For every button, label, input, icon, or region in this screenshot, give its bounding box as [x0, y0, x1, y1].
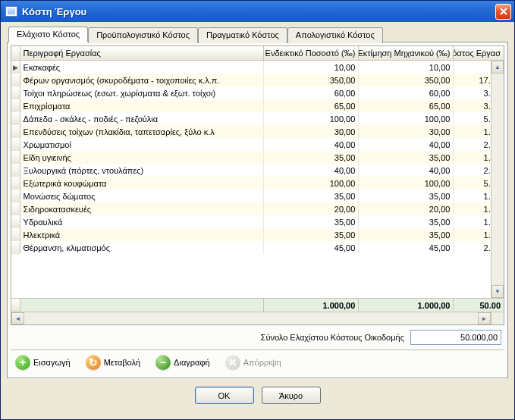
tab-panel: Περιγραφή Εργασίας Ενδεικτικό Ποσοστό (‰… — [7, 42, 508, 378]
table-row[interactable]: Σιδηροκατασκευές20,0020,001.00 — [11, 202, 504, 215]
tab-final-cost[interactable]: Απολογιστικό Κόστος — [287, 27, 383, 43]
scroll-up-button[interactable]: ▲ — [491, 61, 504, 74]
grid-container: Περιγραφή Εργασίας Ενδεικτικό Ποσοστό (‰… — [11, 45, 504, 375]
refresh-icon: ↻ — [86, 355, 101, 370]
table-row[interactable]: ▶Εκσκαφές10,0010,0050 — [11, 61, 504, 74]
totals-cost: 50.00 — [454, 299, 504, 312]
totals-marker — [11, 299, 20, 312]
row-marker — [11, 228, 20, 241]
totals-est: 1.000,00 — [359, 299, 454, 312]
cell-description: Δάπεδα - σκάλες - ποδιές - πεζούλια — [20, 112, 265, 125]
delete-button[interactable]: − Διαγραφή — [152, 353, 213, 371]
col-estimate[interactable]: Εκτίμηση Μηχανικού (‰) — [359, 46, 454, 60]
grid-header: Περιγραφή Εργασίας Ενδεικτικό Ποσοστό (‰… — [11, 46, 504, 61]
cell-estimate: 20,00 — [359, 202, 454, 215]
cell-estimate: 40,00 — [359, 164, 454, 177]
grid-body: ▶Εκσκαφές10,0010,0050Φέρων οργανισμός (σ… — [11, 61, 504, 298]
table-row[interactable]: Χρωματισμοί40,0040,002.00 — [11, 138, 504, 151]
cell-indicative: 40,00 — [264, 138, 359, 151]
table-row[interactable]: Ξυλουργικά (πόρτες, ντουλάπες)40,0040,00… — [11, 164, 504, 177]
tab-actual-cost[interactable]: Πραγματικό Κόστος — [198, 27, 287, 43]
h-scrollbar[interactable]: ◄ ► — [11, 312, 504, 324]
cell-estimate: 35,00 — [359, 228, 454, 241]
ok-button[interactable]: OK — [195, 387, 254, 404]
cell-indicative: 30,00 — [264, 125, 359, 138]
cell-estimate: 350,00 — [359, 74, 454, 86]
row-marker — [11, 241, 20, 254]
col-cost[interactable]: Κόστος Εργασ — [454, 46, 504, 60]
grid-totals: 1.000,00 1.000,00 50.00 — [11, 298, 504, 312]
row-marker — [11, 190, 20, 202]
cell-description: Επιχρίσματα — [20, 99, 265, 112]
cell-estimate: 35,00 — [359, 151, 454, 164]
cost-grid[interactable]: Περιγραφή Εργασίας Ενδεικτικό Ποσοστό (‰… — [11, 45, 504, 325]
total-input[interactable] — [410, 330, 501, 345]
cancel-button[interactable]: Άκυρο — [262, 387, 321, 404]
reject-button: ✕ Απόρριψη — [222, 353, 284, 371]
cell-description: Εκσκαφές — [20, 61, 265, 74]
cell-description: Ξυλουργικά (πόρτες, ντουλάπες) — [20, 164, 265, 177]
window: Κόστη Έργου Ελάχιστο Κόστος Προϋπολογιστ… — [0, 0, 515, 420]
v-scroll-track[interactable] — [491, 74, 504, 285]
row-marker — [11, 215, 20, 228]
cell-description: Μονώσεις δώματος — [20, 190, 265, 202]
cell-estimate: 40,00 — [359, 138, 454, 151]
cell-estimate: 60,00 — [359, 86, 454, 99]
edit-button[interactable]: ↻ Μεταβολή — [83, 353, 143, 371]
insert-button[interactable]: + Εισαγωγή — [12, 353, 74, 371]
cell-indicative: 100,00 — [264, 112, 359, 125]
row-marker-header — [11, 46, 20, 60]
row-marker — [11, 74, 20, 86]
row-marker — [11, 125, 20, 138]
scroll-corner — [491, 312, 504, 324]
cell-description: Υδραυλικά — [20, 215, 265, 228]
table-row[interactable]: Μονώσεις δώματος35,0035,001.75 — [11, 190, 504, 202]
cell-description: Θέρμανση, κλιματισμός — [20, 241, 265, 254]
v-scrollbar[interactable]: ▲ ▼ — [491, 61, 504, 298]
cell-estimate: 65,00 — [359, 99, 454, 112]
edit-label: Μεταβολή — [104, 358, 140, 367]
cell-indicative: 35,00 — [264, 190, 359, 202]
table-row[interactable]: Δάπεδα - σκάλες - ποδιές - πεζούλια100,0… — [11, 112, 504, 125]
cell-description: Φέρων οργανισμός (σκυροδέματα - τοιχοποι… — [20, 74, 265, 86]
table-row[interactable]: Φέρων οργανισμός (σκυροδέματα - τοιχοποι… — [11, 74, 504, 86]
row-marker — [11, 177, 20, 190]
cell-indicative: 20,00 — [264, 202, 359, 215]
cell-description: Εξωτερικά κουφώματα — [20, 177, 265, 190]
col-indicative[interactable]: Ενδεικτικό Ποσοστό (‰) — [264, 46, 359, 60]
cell-estimate: 30,00 — [359, 125, 454, 138]
table-row[interactable]: Τοίχοι πληρώσεως (εσωτ. χωρίσματα & εξωτ… — [11, 86, 504, 99]
totals-desc — [20, 299, 265, 312]
window-title: Κόστη Έργου — [22, 6, 495, 17]
app-icon — [5, 6, 17, 17]
table-row[interactable]: Ηλεκτρικά35,0035,001.75 — [11, 228, 504, 241]
table-row[interactable]: Επενδύσεις τοίχων (πλακίδια, ταπετσαρίες… — [11, 125, 504, 138]
scroll-down-button[interactable]: ▼ — [491, 285, 504, 298]
table-row[interactable]: Επιχρίσματα65,0065,003.25 — [11, 99, 504, 112]
cell-description: Τοίχοι πληρώσεως (εσωτ. χωρίσματα & εξωτ… — [20, 86, 265, 99]
table-row[interactable]: Θέρμανση, κλιματισμός45,0045,002.25 — [11, 241, 504, 254]
table-row[interactable]: Είδη υγιεινής35,0035,001.75 — [11, 151, 504, 164]
total-label: Σύνολο Ελαχίστου Κόστους Οικοδομής — [261, 333, 404, 342]
table-row[interactable]: Εξωτερικά κουφώματα100,00100,005.00 — [11, 177, 504, 190]
cell-estimate: 35,00 — [359, 215, 454, 228]
scroll-right-button[interactable]: ► — [478, 312, 491, 324]
minus-icon: − — [155, 355, 171, 370]
close-button[interactable] — [495, 4, 511, 20]
h-scroll-track[interactable] — [24, 312, 478, 324]
dialog-buttons: OK Άκυρο — [7, 378, 508, 413]
cell-indicative: 40,00 — [264, 164, 359, 177]
cell-description: Ηλεκτρικά — [20, 228, 265, 241]
table-row[interactable]: Υδραυλικά35,0035,001.75 — [11, 215, 504, 228]
tab-minimum-cost[interactable]: Ελάχιστο Κόστος — [8, 27, 88, 42]
cell-description: Χρωματισμοί — [20, 138, 265, 151]
cell-indicative: 35,00 — [264, 215, 359, 228]
cell-estimate: 100,00 — [359, 112, 454, 125]
cell-indicative: 35,00 — [264, 151, 359, 164]
scroll-left-button[interactable]: ◄ — [11, 312, 24, 324]
col-description[interactable]: Περιγραφή Εργασίας — [20, 46, 265, 60]
close-icon — [500, 8, 507, 15]
tab-budget-cost[interactable]: Προϋπολογιστικό Κόστος — [88, 27, 198, 43]
cell-indicative: 100,00 — [264, 177, 359, 190]
row-marker — [11, 99, 20, 112]
